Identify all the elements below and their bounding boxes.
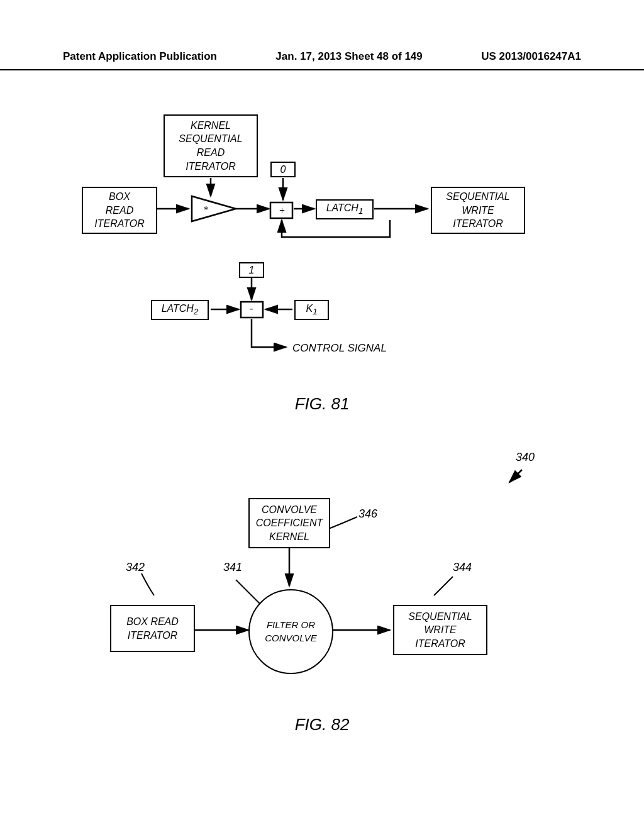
latch2-box: LATCH2: [151, 300, 209, 320]
k1-box: K1: [294, 300, 329, 320]
control-signal-label: CONTROL SIGNAL: [292, 342, 387, 355]
convolve-coefficient-kernel-box: CONVOLVE COEFFICIENT KERNEL: [248, 498, 330, 548]
fig-81-caption: FIG. 81: [295, 394, 350, 414]
filter-or-convolve-circle: FILTER OR CONVOLVE: [248, 589, 333, 674]
header-center: Jan. 17, 2013 Sheet 48 of 149: [275, 50, 422, 63]
sequential-write-iterator-box-81: SEQUENTIAL WRITE ITERATOR: [431, 187, 525, 234]
box-read-iterator-box-82: BOX READ ITERATOR: [110, 605, 195, 652]
svg-line-15: [509, 470, 522, 482]
sequential-write-iterator-box-82: SEQUENTIAL WRITE ITERATOR: [393, 605, 487, 655]
svg-text:*: *: [203, 204, 208, 215]
box-read-iterator-box-81: BOX READ ITERATOR: [82, 187, 157, 234]
ref-341: 341: [223, 561, 242, 574]
one-box: 1: [239, 262, 264, 278]
svg-rect-13: [241, 302, 263, 318]
svg-marker-6: [192, 196, 236, 221]
fig-82-caption: FIG. 82: [295, 715, 350, 734]
ref-342: 342: [126, 561, 145, 574]
ref-346: 346: [358, 507, 377, 521]
diagram-area: * + - KERNEL SEQUENTIAL READ: [0, 83, 644, 775]
header-right: US 2013/0016247A1: [481, 50, 581, 63]
latch1-box: LATCH1: [316, 199, 374, 219]
page-header: Patent Application Publication Jan. 17, …: [0, 0, 644, 70]
svg-rect-8: [270, 202, 292, 218]
zero-box: 0: [270, 162, 296, 177]
kernel-sequential-read-iterator-box: KERNEL SEQUENTIAL READ ITERATOR: [164, 114, 258, 177]
ref-344: 344: [453, 561, 472, 574]
svg-text:+: +: [279, 205, 286, 216]
svg-text:-: -: [250, 303, 253, 314]
ref-340: 340: [516, 451, 535, 464]
header-left: Patent Application Publication: [63, 50, 217, 63]
